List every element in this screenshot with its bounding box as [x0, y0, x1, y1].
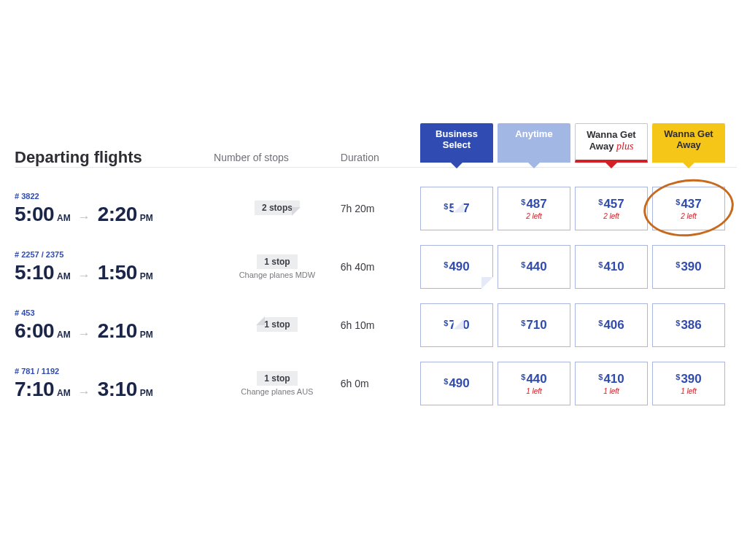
flight-times: 5:00AM→2:20PM	[15, 203, 214, 226]
fare-class-line1: Wanna Get	[664, 128, 713, 139]
stops-badge: 1 stop	[257, 371, 297, 386]
fare-option[interactable]: $440	[498, 245, 570, 289]
fare-price: $457	[598, 197, 624, 211]
fare-class-line1: Anytime	[515, 128, 552, 139]
fare-option[interactable]: $490	[420, 245, 493, 289]
stops-cell[interactable]: 1 stop	[214, 317, 341, 333]
stops-badge: 2 stops	[255, 201, 300, 215]
fare-price: $437	[676, 197, 702, 211]
fare-option[interactable]: $4372 left	[652, 187, 725, 230]
arrival-ampm: PM	[140, 271, 153, 281]
fare-option[interactable]: $4872 left	[498, 187, 570, 230]
seats-left-note: 2 left	[681, 212, 697, 220]
fare-price: $440	[521, 260, 547, 274]
duration-value: 6h 10m	[341, 319, 420, 331]
fare-price: $410	[598, 372, 624, 386]
flight-number[interactable]: # 2257 / 2375	[15, 250, 214, 259]
fare-option[interactable]: $3901 left	[652, 362, 725, 405]
fare-price: $710	[521, 318, 547, 332]
page-curl-icon	[454, 319, 464, 330]
fare-option[interactable]: $4572 left	[575, 187, 648, 230]
departure-time: 5:10	[15, 261, 54, 284]
fare-option[interactable]: $4401 left	[498, 362, 570, 405]
flight-rows: # 38225:00AM→2:20PM2 stops7h 20m$537$487…	[15, 182, 737, 416]
flight-times: 6:00AM→2:10PM	[15, 319, 214, 343]
flight-number[interactable]: # 3822	[15, 192, 214, 201]
flight-row: # 2257 / 23755:10AM→1:50PM1 stopChange p…	[15, 241, 737, 299]
flight-row: # 4536:00AM→2:10PM1 stop6h 10m$760$710$4…	[15, 299, 737, 357]
seats-left-note: 1 left	[681, 387, 697, 395]
arrival-time: 2:20	[98, 203, 137, 226]
departure-ampm: AM	[57, 388, 71, 398]
col-duration-label: Duration	[341, 152, 420, 163]
arrival-time: 1:50	[98, 261, 137, 284]
fare-class-line1: Wanna Get	[587, 129, 635, 140]
fare-class-line1: Business	[436, 128, 478, 139]
flight-number[interactable]: # 453	[15, 308, 214, 317]
arrival-time: 2:10	[98, 319, 137, 343]
stops-cell[interactable]: 2 stops	[214, 201, 341, 217]
seats-left-note: 2 left	[526, 212, 542, 220]
flight-row: # 38225:00AM→2:20PM2 stops7h 20m$537$487…	[15, 182, 737, 241]
fare-option[interactable]: $410	[575, 245, 648, 289]
fare-option[interactable]: $490	[420, 362, 493, 405]
arrow-right-icon: →	[77, 210, 92, 225]
fare-option[interactable]: $710	[498, 303, 570, 347]
fare-class-tab[interactable]: Wanna GetAway	[652, 123, 725, 163]
fare-price: $487	[521, 197, 547, 211]
fare-class-line2: Select	[443, 139, 471, 150]
flight-times: 7:10AM→3:10PM	[15, 378, 214, 401]
arrow-right-icon: →	[77, 385, 92, 400]
fare-option[interactable]: $386	[652, 303, 725, 347]
fare-option[interactable]: $406	[575, 303, 648, 347]
fare-price: $410	[598, 260, 624, 274]
arrival-ampm: PM	[140, 330, 153, 340]
departure-time: 5:00	[15, 203, 54, 226]
fare-class-tab[interactable]: Anytime	[498, 123, 570, 163]
arrival-time: 3:10	[98, 378, 137, 401]
arrival-ampm: PM	[140, 213, 153, 223]
chevron-down-icon	[527, 161, 541, 168]
fare-class-line2: Away	[589, 141, 614, 152]
page-curl-icon	[454, 203, 464, 213]
fare-price: $406	[598, 318, 624, 332]
page-curl-icon	[481, 277, 493, 289]
stops-cell[interactable]: 1 stopChange planes MDW	[214, 254, 341, 279]
fare-class-tab[interactable]: BusinessSelect	[420, 123, 493, 163]
departure-time: 7:10	[15, 378, 54, 401]
fare-option[interactable]: $760	[420, 303, 493, 347]
fare-price: $390	[676, 260, 702, 274]
duration-value: 7h 20m	[341, 203, 420, 214]
stops-subtext: Change planes MDW	[214, 271, 341, 279]
flight-times: 5:10AM→1:50PM	[15, 261, 214, 284]
fare-price: $390	[676, 372, 702, 386]
col-stops-label: Number of stops	[214, 152, 341, 163]
stops-cell[interactable]: 1 stopChange planes AUS	[214, 371, 341, 396]
departure-ampm: AM	[57, 330, 71, 340]
chevron-down-icon	[681, 161, 696, 168]
flight-row: # 781 / 11927:10AM→3:10PM1 stopChange pl…	[15, 357, 737, 416]
chevron-down-icon	[604, 161, 619, 168]
fare-price: $386	[676, 318, 702, 332]
fare-price: $440	[521, 372, 547, 386]
fare-class-line2: Away	[676, 139, 701, 150]
fare-option[interactable]: $390	[652, 245, 725, 289]
fare-price: $490	[444, 260, 470, 274]
fare-option[interactable]: $537	[420, 187, 493, 230]
arrow-right-icon: →	[77, 327, 92, 341]
flight-number[interactable]: # 781 / 1192	[15, 367, 214, 376]
fare-option[interactable]: $4101 left	[575, 362, 648, 405]
stops-badge: 1 stop	[257, 317, 297, 332]
chevron-down-icon	[449, 161, 464, 168]
fare-class-tabs: BusinessSelectAnytimeWanna GetAway plusW…	[420, 123, 725, 167]
fare-class-tab[interactable]: Wanna GetAway plus	[575, 123, 648, 163]
fare-price: $490	[444, 376, 470, 391]
results-header: Departing flights Number of stops Durati…	[15, 124, 737, 168]
arrow-right-icon: →	[77, 268, 92, 283]
duration-value: 6h 0m	[341, 378, 420, 389]
seats-left-note: 1 left	[603, 387, 619, 395]
stops-subtext: Change planes AUS	[214, 387, 341, 396]
departure-time: 6:00	[15, 319, 54, 343]
duration-value: 6h 40m	[341, 261, 420, 273]
seats-left-note: 1 left	[526, 387, 542, 395]
